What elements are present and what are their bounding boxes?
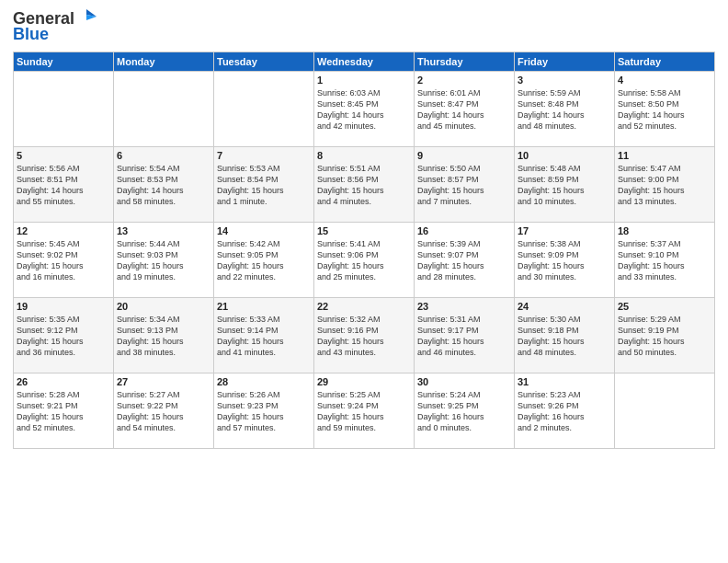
day-number: 19 xyxy=(17,301,110,312)
calendar-container: General Blue SundayMondayTuesdayWednesda… xyxy=(0,0,728,563)
day-cell: 11Sunrise: 5:47 AM Sunset: 9:00 PM Dayli… xyxy=(615,147,715,223)
day-info: Sunrise: 5:26 AM Sunset: 9:23 PM Dayligh… xyxy=(217,389,311,434)
day-info: Sunrise: 5:54 AM Sunset: 8:53 PM Dayligh… xyxy=(117,163,210,208)
day-cell: 9Sunrise: 5:50 AM Sunset: 8:57 PM Daylig… xyxy=(415,147,515,223)
logo: General Blue xyxy=(13,9,97,44)
day-number: 8 xyxy=(317,150,411,161)
day-cell: 30Sunrise: 5:24 AM Sunset: 9:25 PM Dayli… xyxy=(415,373,515,449)
day-cell: 27Sunrise: 5:27 AM Sunset: 9:22 PM Dayli… xyxy=(114,373,214,449)
day-header-monday: Monday xyxy=(114,52,214,72)
day-info: Sunrise: 5:35 AM Sunset: 9:12 PM Dayligh… xyxy=(17,314,110,359)
day-number: 31 xyxy=(518,376,611,387)
day-info: Sunrise: 5:50 AM Sunset: 8:57 PM Dayligh… xyxy=(417,163,511,208)
day-header-tuesday: Tuesday xyxy=(214,52,314,72)
day-info: Sunrise: 5:38 AM Sunset: 9:09 PM Dayligh… xyxy=(518,238,611,283)
day-cell: 25Sunrise: 5:29 AM Sunset: 9:19 PM Dayli… xyxy=(615,298,715,373)
day-cell: 5Sunrise: 5:56 AM Sunset: 8:51 PM Daylig… xyxy=(14,147,114,223)
day-number: 15 xyxy=(317,225,411,236)
day-number: 28 xyxy=(217,376,311,387)
day-cell: 7Sunrise: 5:53 AM Sunset: 8:54 PM Daylig… xyxy=(214,147,314,223)
day-info: Sunrise: 5:23 AM Sunset: 9:26 PM Dayligh… xyxy=(518,389,611,434)
day-info: Sunrise: 5:56 AM Sunset: 8:51 PM Dayligh… xyxy=(17,163,110,208)
day-info: Sunrise: 5:37 AM Sunset: 9:10 PM Dayligh… xyxy=(618,238,711,283)
day-info: Sunrise: 5:34 AM Sunset: 9:13 PM Dayligh… xyxy=(117,314,210,359)
day-info: Sunrise: 6:03 AM Sunset: 8:45 PM Dayligh… xyxy=(317,87,411,132)
day-info: Sunrise: 5:30 AM Sunset: 9:18 PM Dayligh… xyxy=(518,314,611,359)
day-number: 10 xyxy=(518,150,611,161)
day-cell: 15Sunrise: 5:41 AM Sunset: 9:06 PM Dayli… xyxy=(314,223,415,298)
day-cell: 1Sunrise: 6:03 AM Sunset: 8:45 PM Daylig… xyxy=(314,72,415,147)
day-number: 20 xyxy=(117,301,210,312)
day-number: 6 xyxy=(117,150,210,161)
day-number: 2 xyxy=(417,75,511,86)
logo-bird-icon xyxy=(76,7,97,28)
day-info: Sunrise: 5:27 AM Sunset: 9:22 PM Dayligh… xyxy=(117,389,210,434)
day-number: 22 xyxy=(317,301,411,312)
day-number: 13 xyxy=(117,225,210,236)
week-row-4: 19Sunrise: 5:35 AM Sunset: 9:12 PM Dayli… xyxy=(14,298,715,373)
day-cell: 2Sunrise: 6:01 AM Sunset: 8:47 PM Daylig… xyxy=(415,72,515,147)
day-number: 1 xyxy=(317,75,411,86)
day-cell: 10Sunrise: 5:48 AM Sunset: 8:59 PM Dayli… xyxy=(515,147,615,223)
day-number: 12 xyxy=(17,225,110,236)
day-number: 24 xyxy=(518,301,611,312)
day-cell: 28Sunrise: 5:26 AM Sunset: 9:23 PM Dayli… xyxy=(214,373,314,449)
day-number: 3 xyxy=(518,75,611,86)
day-cell: 13Sunrise: 5:44 AM Sunset: 9:03 PM Dayli… xyxy=(114,223,214,298)
day-header-wednesday: Wednesday xyxy=(314,52,415,72)
day-number: 7 xyxy=(217,150,311,161)
day-cell: 16Sunrise: 5:39 AM Sunset: 9:07 PM Dayli… xyxy=(415,223,515,298)
day-cell: 26Sunrise: 5:28 AM Sunset: 9:21 PM Dayli… xyxy=(14,373,114,449)
day-cell: 29Sunrise: 5:25 AM Sunset: 9:24 PM Dayli… xyxy=(314,373,415,449)
day-info: Sunrise: 5:45 AM Sunset: 9:02 PM Dayligh… xyxy=(17,238,110,283)
day-cell: 8Sunrise: 5:51 AM Sunset: 8:56 PM Daylig… xyxy=(314,147,415,223)
day-info: Sunrise: 5:28 AM Sunset: 9:21 PM Dayligh… xyxy=(17,389,110,434)
day-header-thursday: Thursday xyxy=(415,52,515,72)
week-row-5: 26Sunrise: 5:28 AM Sunset: 9:21 PM Dayli… xyxy=(14,373,715,449)
day-number: 14 xyxy=(217,225,311,236)
day-info: Sunrise: 5:58 AM Sunset: 8:50 PM Dayligh… xyxy=(618,87,711,132)
day-cell: 4Sunrise: 5:58 AM Sunset: 8:50 PM Daylig… xyxy=(615,72,715,147)
day-number: 23 xyxy=(417,301,511,312)
day-info: Sunrise: 5:32 AM Sunset: 9:16 PM Dayligh… xyxy=(317,314,411,359)
week-row-3: 12Sunrise: 5:45 AM Sunset: 9:02 PM Dayli… xyxy=(14,223,715,298)
day-number: 29 xyxy=(317,376,411,387)
day-info: Sunrise: 5:25 AM Sunset: 9:24 PM Dayligh… xyxy=(317,389,411,434)
day-cell: 12Sunrise: 5:45 AM Sunset: 9:02 PM Dayli… xyxy=(14,223,114,298)
day-cell: 17Sunrise: 5:38 AM Sunset: 9:09 PM Dayli… xyxy=(515,223,615,298)
day-cell: 20Sunrise: 5:34 AM Sunset: 9:13 PM Dayli… xyxy=(114,298,214,373)
day-cell: 22Sunrise: 5:32 AM Sunset: 9:16 PM Dayli… xyxy=(314,298,415,373)
day-number: 4 xyxy=(618,75,711,86)
day-info: Sunrise: 6:01 AM Sunset: 8:47 PM Dayligh… xyxy=(417,87,511,132)
day-cell xyxy=(14,72,114,147)
header: General Blue xyxy=(13,9,715,44)
day-number: 27 xyxy=(117,376,210,387)
day-info: Sunrise: 5:24 AM Sunset: 9:25 PM Dayligh… xyxy=(417,389,511,434)
day-info: Sunrise: 5:41 AM Sunset: 9:06 PM Dayligh… xyxy=(317,238,411,283)
day-info: Sunrise: 5:48 AM Sunset: 8:59 PM Dayligh… xyxy=(518,163,611,208)
day-number: 9 xyxy=(417,150,511,161)
day-info: Sunrise: 5:33 AM Sunset: 9:14 PM Dayligh… xyxy=(217,314,311,359)
day-cell: 19Sunrise: 5:35 AM Sunset: 9:12 PM Dayli… xyxy=(14,298,114,373)
day-number: 21 xyxy=(217,301,311,312)
day-cell: 23Sunrise: 5:31 AM Sunset: 9:17 PM Dayli… xyxy=(415,298,515,373)
calendar-table: SundayMondayTuesdayWednesdayThursdayFrid… xyxy=(13,52,715,449)
day-info: Sunrise: 5:29 AM Sunset: 9:19 PM Dayligh… xyxy=(618,314,711,359)
day-number: 30 xyxy=(417,376,511,387)
day-cell: 3Sunrise: 5:59 AM Sunset: 8:48 PM Daylig… xyxy=(515,72,615,147)
day-info: Sunrise: 5:53 AM Sunset: 8:54 PM Dayligh… xyxy=(217,163,311,208)
day-info: Sunrise: 5:42 AM Sunset: 9:05 PM Dayligh… xyxy=(217,238,311,283)
day-info: Sunrise: 5:47 AM Sunset: 9:00 PM Dayligh… xyxy=(618,163,711,208)
day-number: 5 xyxy=(17,150,110,161)
day-info: Sunrise: 5:39 AM Sunset: 9:07 PM Dayligh… xyxy=(417,238,511,283)
day-cell: 31Sunrise: 5:23 AM Sunset: 9:26 PM Dayli… xyxy=(515,373,615,449)
day-cell: 18Sunrise: 5:37 AM Sunset: 9:10 PM Dayli… xyxy=(615,223,715,298)
day-cell: 21Sunrise: 5:33 AM Sunset: 9:14 PM Dayli… xyxy=(214,298,314,373)
day-number: 11 xyxy=(618,150,711,161)
day-cell: 24Sunrise: 5:30 AM Sunset: 9:18 PM Dayli… xyxy=(515,298,615,373)
day-number: 17 xyxy=(518,225,611,236)
day-number: 16 xyxy=(417,225,511,236)
calendar-header-row: SundayMondayTuesdayWednesdayThursdayFrid… xyxy=(14,52,715,72)
day-info: Sunrise: 5:31 AM Sunset: 9:17 PM Dayligh… xyxy=(417,314,511,359)
day-cell xyxy=(114,72,214,147)
